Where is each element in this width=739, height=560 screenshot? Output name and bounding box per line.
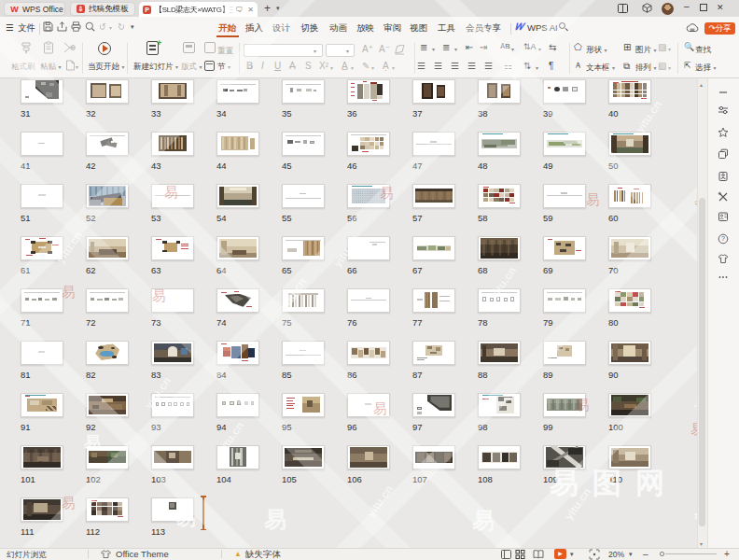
svg-text:?: ? [721, 235, 725, 242]
